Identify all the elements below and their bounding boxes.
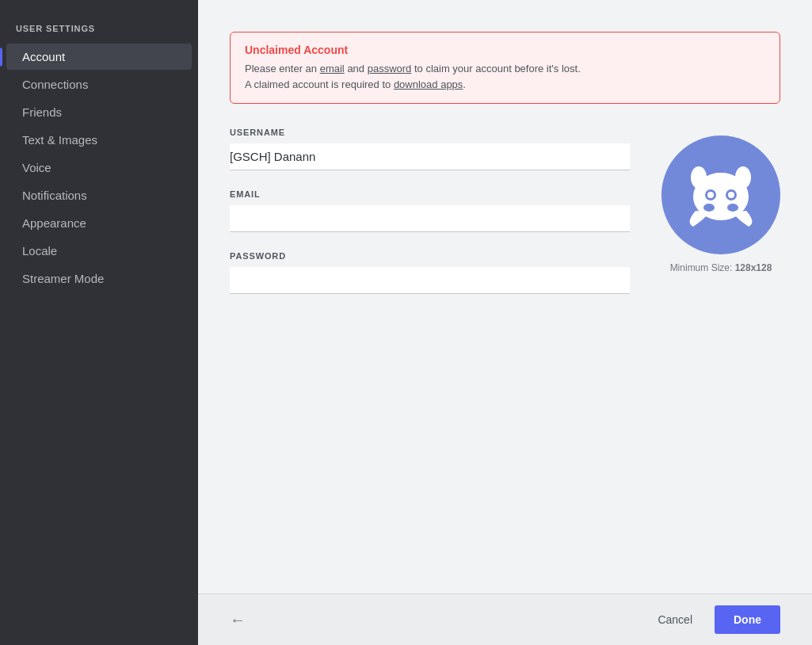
cancel-button[interactable]: Cancel — [645, 607, 705, 632]
sidebar-item-appearance[interactable]: Appearance — [6, 210, 192, 236]
avatar[interactable] — [661, 135, 780, 254]
alert-download-link[interactable]: download apps — [394, 78, 463, 90]
alert-text-middle: and — [345, 63, 368, 74]
username-label: USERNAME — [230, 128, 630, 137]
alert-email-link[interactable]: email — [320, 63, 345, 74]
username-input[interactable] — [230, 143, 630, 170]
sidebar: USER SETTINGS Account Connections Friend… — [0, 0, 198, 645]
password-field-group: PASSWORD — [230, 251, 630, 294]
sidebar-item-label: Notifications — [22, 189, 87, 202]
alert-text-suffix: to claim your account before it's lost. — [411, 63, 580, 74]
username-field-group: USERNAME — [230, 128, 630, 170]
svg-point-3 — [696, 173, 746, 217]
email-field-group: EMAIL — [230, 189, 630, 232]
avatar-size-value: 128x128 — [735, 262, 772, 273]
svg-point-7 — [728, 192, 734, 198]
footer-bar: ← Cancel Done — [198, 593, 812, 645]
sidebar-item-locale[interactable]: Locale — [6, 238, 192, 264]
avatar-size-label: Minimum Size: — [670, 262, 735, 273]
form-avatar-row: USERNAME EMAIL PASSWORD — [230, 128, 780, 313]
discord-logo-icon — [681, 155, 761, 235]
email-label: EMAIL — [230, 189, 630, 199]
account-form: USERNAME EMAIL PASSWORD — [230, 128, 630, 313]
password-input[interactable] — [230, 267, 630, 294]
sidebar-item-account[interactable]: Account — [6, 44, 192, 70]
password-label: PASSWORD — [230, 251, 630, 261]
sidebar-item-voice[interactable]: Voice — [6, 155, 192, 181]
svg-point-6 — [707, 192, 714, 198]
sidebar-item-friends[interactable]: Friends — [6, 99, 192, 125]
sidebar-item-label: Streamer Mode — [22, 272, 104, 285]
avatar-section: Minimum Size: 128x128 — [661, 128, 780, 273]
sidebar-item-notifications[interactable]: Notifications — [6, 182, 192, 208]
sidebar-item-text-images[interactable]: Text & Images — [6, 127, 192, 153]
footer-right: Cancel Done — [645, 605, 780, 634]
alert-line2-prefix: A claimed account is required to — [245, 78, 394, 90]
alert-line2-suffix: . — [463, 78, 466, 90]
sidebar-item-label: Friends — [22, 105, 62, 119]
alert-password-link[interactable]: password — [368, 63, 412, 74]
alert-title: Unclaimed Account — [245, 44, 765, 56]
alert-text-prefix: Please enter an — [245, 63, 320, 74]
svg-point-9 — [727, 204, 738, 212]
sidebar-item-label: Appearance — [22, 216, 86, 230]
footer-left: ← — [230, 611, 246, 629]
settings-title: USER SETTINGS — [0, 24, 198, 43]
sidebar-item-label: Text & Images — [22, 133, 97, 147]
back-icon[interactable]: ← — [230, 611, 246, 629]
done-button[interactable]: Done — [715, 605, 780, 634]
sidebar-item-label: Voice — [22, 161, 51, 174]
alert-body: Please enter an email and password to cl… — [245, 61, 765, 92]
sidebar-item-label: Locale — [22, 244, 57, 258]
sidebar-item-label: Account — [22, 50, 65, 63]
main-content: Unclaimed Account Please enter an email … — [198, 0, 812, 645]
avatar-size-hint: Minimum Size: 128x128 — [670, 262, 772, 273]
email-input[interactable] — [230, 205, 630, 232]
sidebar-item-label: Connections — [22, 78, 88, 91]
sidebar-item-streamer-mode[interactable]: Streamer Mode — [6, 265, 192, 292]
unclaimed-account-alert: Unclaimed Account Please enter an email … — [230, 32, 780, 104]
sidebar-item-connections[interactable]: Connections — [6, 71, 192, 97]
svg-point-8 — [703, 204, 715, 212]
content-scroll: Unclaimed Account Please enter an email … — [198, 0, 812, 593]
